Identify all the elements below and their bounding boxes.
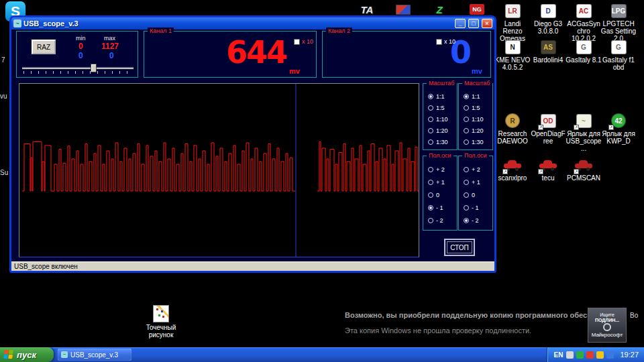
radio-circle[interactable]: [464, 218, 469, 223]
slider-thumb[interactable]: [91, 64, 97, 72]
scope-window: ~ USB_scope_v.3 _ □ × RAZ min max 0 1127…: [9, 15, 496, 273]
icon-glyph: G: [576, 40, 592, 54]
desktop-icon-7[interactable]: GGasItaly f1 obd: [600, 39, 637, 71]
desktop-icon-13[interactable]: ↗tecu: [530, 157, 566, 182]
radio-label: 1:5: [472, 105, 480, 111]
radio-option-1:20[interactable]: 1:20: [423, 125, 457, 136]
radio-circle[interactable]: [464, 139, 469, 145]
raz-button[interactable]: RAZ: [32, 40, 56, 54]
radio-circle[interactable]: [428, 167, 433, 172]
radio-option-1:1[interactable]: 1:1: [423, 90, 457, 102]
desktop-icon-bitmap[interactable]: Точечный рисунок: [141, 305, 181, 339]
tray-icon-4[interactable]: [596, 351, 604, 359]
desktop-icon-11[interactable]: 42↗Ярлык для KWP_D: [600, 113, 637, 145]
desktop-icon-0[interactable]: LRLandi Renzo Omegas: [494, 3, 531, 42]
desktop-icon-10[interactable]: ~↗Ярлык для USB_scope...: [566, 113, 602, 152]
radio-option-1:10[interactable]: 1:10: [459, 113, 492, 125]
minimize-button[interactable]: _: [455, 19, 466, 28]
radio-option-0[interactable]: 0: [423, 188, 457, 201]
radio-circle[interactable]: [428, 117, 433, 122]
radio-circle[interactable]: [464, 117, 469, 122]
radio-option-0[interactable]: 0: [459, 188, 492, 201]
tray-icon-5[interactable]: [606, 351, 614, 359]
radio-circle[interactable]: [464, 167, 469, 172]
radio-option-1:5[interactable]: 1:5: [423, 102, 457, 113]
tray-icon-3[interactable]: [586, 351, 594, 359]
top-desktop-icon-2[interactable]: Z: [431, 2, 448, 17]
taskbar-task-usb-scope[interactable]: ~ USB_scope_v.3: [58, 349, 131, 361]
close-button[interactable]: ×: [482, 19, 492, 28]
desktop-icon-4[interactable]: NKME NEVO 4.0.5.2: [494, 39, 531, 71]
radio-option-1:30[interactable]: 1:30: [459, 136, 492, 147]
radio-circle[interactable]: [428, 180, 433, 185]
radio-option-1:1[interactable]: 1:1: [459, 90, 492, 102]
slider-track[interactable]: [22, 67, 133, 69]
radio-circle[interactable]: [464, 205, 469, 210]
radio-circle[interactable]: [464, 94, 469, 99]
desktop-icon-2[interactable]: ACACGasSynchro 10.2.0.2: [566, 3, 602, 42]
desktop-icon-9[interactable]: OD↗OpenDiagFree: [530, 113, 566, 145]
channel2-x10-checkbox[interactable]: [436, 39, 442, 45]
radio-label: 1:30: [436, 139, 448, 145]
icon-label: KME NEVO 4.0.5.2: [494, 56, 531, 71]
start-button[interactable]: пуск: [0, 347, 54, 362]
radio-option--1[interactable]: - 1: [423, 201, 457, 214]
radio-option-+1[interactable]: + 1: [459, 176, 492, 188]
radio-option-+2[interactable]: + 2: [423, 163, 457, 176]
desktop-icon-1[interactable]: DDiego G3 3.0.8.0: [530, 3, 566, 35]
radio-circle[interactable]: [464, 128, 469, 133]
radio-circle[interactable]: [428, 139, 433, 145]
language-indicator[interactable]: EN: [554, 351, 564, 359]
axis-panel-1-title: Пол.оси: [427, 152, 453, 160]
radio-circle[interactable]: [464, 105, 469, 111]
radio-circle[interactable]: [464, 192, 469, 198]
radio-label: - 2: [436, 217, 443, 224]
scale-panel-2-title: Масштаб: [462, 80, 492, 87]
top-desktop-icon-3[interactable]: NG: [468, 2, 486, 17]
radio-circle[interactable]: [428, 192, 433, 198]
desktop-icon-3[interactable]: LPGLPGTECH Gas Setting 2.0: [600, 3, 637, 42]
radio-option-1:20[interactable]: 1:20: [459, 125, 492, 136]
radio-label: 1:30: [472, 139, 484, 145]
desktop-icon-14[interactable]: ↗PCMSCAN: [566, 157, 602, 182]
bitmap-icon-label: Точечный рисунок: [142, 324, 180, 339]
top-desktop-icon-0[interactable]: TA: [358, 2, 376, 17]
icon-label: OpenDiagFree: [530, 130, 566, 145]
tray-icon-1[interactable]: [566, 351, 574, 359]
clock[interactable]: 19:27: [620, 351, 639, 359]
tray-icon-2[interactable]: [576, 351, 584, 359]
window-client-area: RAZ min max 0 1127 0 0 Канал 1 644 mv: [11, 29, 494, 271]
radio-option--1[interactable]: - 1: [459, 201, 492, 214]
radio-option-1:30[interactable]: 1:30: [423, 136, 457, 147]
radio-circle[interactable]: [428, 205, 433, 210]
channel1-x10-checkbox[interactable]: [294, 39, 300, 45]
timebase-slider[interactable]: [22, 62, 133, 74]
stop-button[interactable]: СТОП: [444, 239, 475, 256]
banner-line3: Майкрософт: [592, 332, 623, 338]
radio-circle[interactable]: [428, 128, 433, 133]
desktop-icon-6[interactable]: GGasItaly 8.1: [566, 39, 602, 64]
radio-circle[interactable]: [428, 218, 433, 223]
tray-icons: [566, 351, 614, 359]
radio-label: - 1: [436, 204, 443, 211]
radio-option-+1[interactable]: + 1: [423, 176, 457, 188]
radio-circle[interactable]: [428, 105, 433, 111]
titlebar[interactable]: ~ USB_scope_v.3 _ □ ×: [11, 17, 494, 29]
top-desktop-icon-1[interactable]: [394, 2, 412, 17]
radio-option--2[interactable]: - 2: [459, 214, 492, 227]
radio-option--2[interactable]: - 2: [423, 214, 457, 227]
shortcut-arrow-icon: ↗: [608, 125, 614, 130]
radio-option-1:10[interactable]: 1:10: [423, 113, 457, 125]
desktop-icon-5[interactable]: ASBardolini4: [530, 39, 566, 64]
system-tray: EN 19:27: [547, 347, 644, 362]
radio-option-+2[interactable]: + 2: [459, 163, 492, 176]
radio-option-1:5[interactable]: 1:5: [459, 102, 492, 113]
radio-circle[interactable]: [428, 94, 433, 99]
desktop-icon-8[interactable]: RResearch DAEWOO: [494, 113, 531, 145]
scope-display: [19, 83, 419, 257]
icon-glyph: Z: [436, 4, 442, 15]
maximize-button[interactable]: □: [468, 19, 479, 28]
shortcut-arrow-icon: ↗: [502, 169, 508, 174]
desktop-icon-12[interactable]: ↗scanxlpro: [494, 157, 531, 182]
radio-circle[interactable]: [464, 180, 469, 185]
